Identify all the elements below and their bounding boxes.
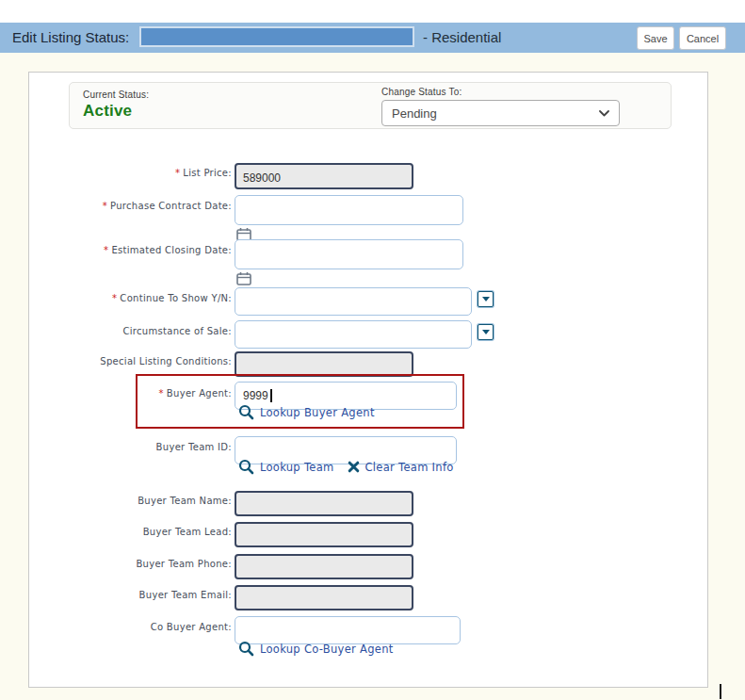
estimated-closing-date-label: *Estimated Closing Date:: [43, 245, 232, 255]
circumstance-of-sale-field[interactable]: [235, 320, 472, 349]
current-status-group: Current Status: Active: [83, 90, 149, 121]
buyer-team-email-field: [235, 585, 413, 610]
buyer-team-email-label: Buyer Team Email:: [43, 590, 232, 600]
required-marker: *: [103, 201, 107, 211]
screen: Edit Listing Status: - Residential Save …: [0, 0, 745, 700]
chevron-down-icon: [599, 110, 609, 117]
lookup-co-buyer-agent-link[interactable]: Lookup Co-Buyer Agent: [260, 643, 394, 656]
stray-text-cursor: [720, 684, 721, 699]
list-price-label: *List Price:: [43, 168, 232, 178]
down-triangle-icon: [482, 330, 490, 334]
required-marker: *: [112, 293, 117, 303]
page-title: Edit Listing Status:: [12, 23, 129, 53]
lookup-team-link[interactable]: Lookup Team: [260, 461, 334, 474]
current-status-label: Current Status:: [83, 90, 149, 100]
change-status-label: Change Status To:: [381, 87, 620, 97]
listing-address-redacted: [139, 26, 414, 47]
continue-to-show-dropdown-button[interactable]: [478, 291, 494, 307]
x-mark-icon[interactable]: [348, 461, 360, 473]
circumstance-of-sale-dropdown-button[interactable]: [478, 324, 494, 340]
continue-to-show-label: *Continue To Show Y/N:: [43, 293, 232, 303]
purchase-contract-date-field[interactable]: [235, 195, 463, 225]
down-triangle-icon: [482, 297, 490, 301]
buyer-team-phone-label: Buyer Team Phone:: [43, 559, 232, 569]
buyer-team-name-label: Buyer Team Name:: [43, 496, 232, 506]
save-button[interactable]: Save: [637, 26, 674, 50]
cancel-button[interactable]: Cancel: [679, 26, 726, 50]
buyer-team-lead-label: Buyer Team Lead:: [43, 527, 232, 537]
buyer-team-id-label: Buyer Team ID:: [43, 442, 232, 452]
property-type-label: - Residential: [423, 23, 501, 53]
edit-status-panel: Current Status: Active Change Status To:…: [28, 72, 708, 688]
buyer-team-phone-field: [235, 554, 413, 579]
required-marker: *: [104, 245, 108, 255]
required-marker: *: [175, 168, 180, 178]
continue-to-show-field[interactable]: [235, 287, 472, 316]
special-listing-conditions-label: Special Listing Conditions:: [43, 356, 232, 366]
text-cursor: [270, 389, 272, 402]
required-marker: *: [159, 388, 164, 399]
change-status-select[interactable]: Pending: [381, 100, 620, 126]
special-listing-conditions-field: [235, 351, 413, 377]
lookup-buyer-agent-row: Lookup Buyer Agent: [238, 404, 375, 420]
team-links-row: Lookup Team Clear Team Info: [238, 459, 454, 475]
current-status-value: Active: [83, 102, 149, 121]
lookup-co-buyer-agent-row: Lookup Co-Buyer Agent: [238, 641, 394, 657]
lookup-buyer-agent-link[interactable]: Lookup Buyer Agent: [260, 406, 375, 419]
co-buyer-agent-label: Co Buyer Agent:: [43, 622, 232, 632]
buyer-team-lead-field: [235, 522, 413, 547]
header-bar: Edit Listing Status: - Residential Save …: [0, 23, 745, 53]
circumstance-of-sale-label: Circumstance of Sale:: [43, 326, 232, 336]
clear-team-info-link[interactable]: Clear Team Info: [365, 461, 454, 474]
status-summary-box: Current Status: Active Change Status To:…: [69, 82, 672, 129]
change-status-selected-value: Pending: [392, 106, 437, 121]
change-status-group: Change Status To: Pending: [381, 87, 620, 126]
magnifier-icon[interactable]: [238, 404, 254, 420]
purchase-contract-date-label: *Purchase Contract Date:: [43, 201, 232, 211]
buyer-team-name-field: [235, 491, 413, 516]
buyer-agent-label: *Buyer Agent:: [43, 388, 232, 399]
list-price-field: [235, 163, 413, 189]
magnifier-icon[interactable]: [238, 459, 254, 475]
estimated-closing-date-field[interactable]: [235, 239, 463, 269]
magnifier-icon[interactable]: [238, 641, 254, 657]
